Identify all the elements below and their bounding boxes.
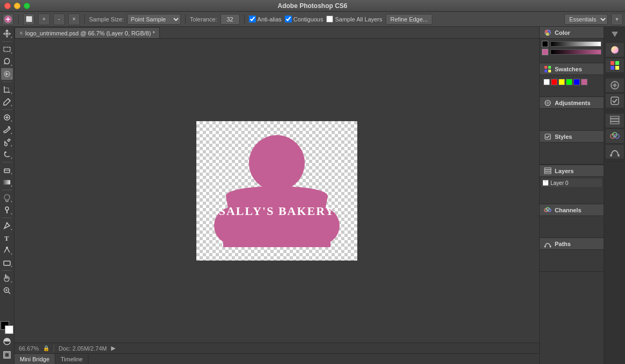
options-sep-3 bbox=[185, 14, 186, 24]
adjustments-panel-header[interactable]: Adjustments bbox=[540, 97, 604, 109]
cp-adjustments-button[interactable] bbox=[605, 78, 624, 93]
cupcake-artwork: SALLY'S BAKERY bbox=[196, 121, 357, 261]
anti-alias-checkbox-label[interactable]: Anti-alias bbox=[249, 16, 282, 23]
contiguous-checkbox-label[interactable]: Contiguous bbox=[285, 16, 323, 23]
main-area: ▾ ▾ ▾ ▾ ▾ ▾ ▾ bbox=[0, 27, 625, 364]
foreground-color[interactable] bbox=[1, 321, 13, 334]
quick-select-tool[interactable]: ▾ bbox=[1, 68, 13, 80]
layer-item[interactable]: Layer 0 bbox=[541, 179, 602, 187]
healing-brush-tool[interactable]: ▾ bbox=[1, 112, 13, 123]
new-selection-icon[interactable]: ⬜ bbox=[23, 13, 35, 25]
workspace-select[interactable]: Essentials bbox=[564, 14, 608, 25]
channels-panel-header[interactable]: Channels bbox=[540, 204, 604, 216]
cp-color-group bbox=[604, 41, 626, 76]
sample-all-layers-checkbox-label[interactable]: Sample All Layers bbox=[326, 16, 382, 23]
tab-close-button[interactable]: × bbox=[19, 29, 23, 37]
paths-panel-header[interactable]: Paths bbox=[540, 238, 604, 250]
cp-channels-button[interactable] bbox=[605, 129, 624, 144]
paths-panel-icon bbox=[544, 240, 552, 248]
cp-paths-button[interactable] bbox=[605, 144, 624, 159]
canvas-scroll-area[interactable]: SALLY'S BAKERY bbox=[14, 39, 539, 343]
color-slider[interactable] bbox=[550, 41, 601, 47]
doc-info-arrow[interactable]: ▶ bbox=[111, 345, 115, 352]
titlebar: Adobe Photoshop CS6 bbox=[0, 0, 625, 12]
history-brush-tool[interactable]: ▾ bbox=[1, 148, 13, 160]
minimize-button[interactable] bbox=[14, 3, 20, 9]
svg-rect-5 bbox=[4, 47, 10, 51]
eyedropper-tool[interactable]: ▾ bbox=[1, 96, 13, 108]
swatch-item[interactable] bbox=[581, 79, 587, 85]
svg-rect-58 bbox=[615, 61, 619, 65]
cp-color-button[interactable] bbox=[605, 42, 624, 57]
cp-layers-button[interactable] bbox=[605, 113, 624, 128]
adjustments-panel-icon bbox=[544, 99, 552, 107]
svg-rect-39 bbox=[545, 66, 547, 69]
type-tool[interactable]: T bbox=[1, 232, 13, 244]
blur-tool[interactable]: ▾ bbox=[1, 192, 13, 204]
svg-rect-15 bbox=[4, 180, 10, 184]
timeline-tab[interactable]: Timeline bbox=[55, 354, 89, 365]
swatch-item[interactable] bbox=[558, 79, 565, 85]
tolerance-label: Tolerance: bbox=[190, 16, 217, 23]
sample-size-select[interactable]: Point Sample bbox=[127, 14, 181, 25]
tolerance-input[interactable]: 32 bbox=[220, 14, 240, 25]
collapse-panels-button[interactable] bbox=[605, 30, 624, 39]
hand-tool[interactable]: ▾ bbox=[1, 272, 13, 284]
svg-rect-57 bbox=[611, 61, 614, 65]
close-button[interactable] bbox=[4, 3, 11, 9]
maximize-button[interactable] bbox=[24, 3, 30, 9]
swatch-item[interactable] bbox=[551, 79, 557, 85]
eraser-tool[interactable]: ▾ bbox=[1, 164, 13, 176]
sample-all-layers-checkbox[interactable] bbox=[326, 16, 333, 23]
marquee-tool[interactable]: ▾ bbox=[1, 43, 13, 55]
clone-stamp-tool[interactable]: ▾ bbox=[1, 136, 13, 148]
contiguous-checkbox[interactable] bbox=[285, 16, 292, 23]
refine-edge-button[interactable]: Refine Edge... bbox=[386, 14, 433, 25]
svg-rect-40 bbox=[548, 66, 551, 69]
workspace-menu-button[interactable]: ▼ bbox=[611, 13, 623, 25]
quick-mask-button[interactable] bbox=[1, 336, 13, 347]
anti-alias-checkbox[interactable] bbox=[249, 16, 256, 23]
swatch-item[interactable] bbox=[573, 79, 580, 85]
screen-mode-button[interactable] bbox=[1, 349, 13, 361]
subtract-selection-icon[interactable]: - bbox=[53, 13, 65, 25]
dodge-tool[interactable]: ▾ bbox=[1, 204, 13, 216]
svg-point-17 bbox=[5, 207, 9, 210]
color-bg-slider[interactable] bbox=[550, 49, 601, 55]
fg-color-swatch[interactable] bbox=[542, 41, 548, 47]
options-bar: ⬜ + - × Sample Size: Point Sample Tolera… bbox=[0, 12, 625, 27]
tool-preset-icon[interactable] bbox=[2, 13, 14, 25]
panels-container: Color Swatches bbox=[539, 27, 625, 364]
cp-adjustments-group bbox=[604, 76, 626, 111]
color-panel-group: Color bbox=[540, 27, 604, 63]
svg-rect-66 bbox=[611, 116, 619, 118]
cp-styles-button[interactable] bbox=[605, 93, 624, 108]
add-selection-icon[interactable]: + bbox=[38, 13, 50, 25]
zoom-tool[interactable] bbox=[1, 285, 13, 296]
styles-panel-header[interactable]: Styles bbox=[540, 131, 604, 143]
status-icon: 🔒 bbox=[43, 345, 49, 351]
move-tool[interactable]: ▾ bbox=[1, 28, 13, 40]
document-tab[interactable]: × logo_untrimmed.psd @ 66.7% (Layer 0, R… bbox=[14, 27, 160, 38]
swatches-panel-header[interactable]: Swatches bbox=[540, 63, 604, 75]
channels-panel-body bbox=[540, 216, 604, 237]
gradient-tool[interactable]: ▾ bbox=[1, 176, 13, 188]
layers-panel-body: Layer 0 bbox=[540, 177, 604, 204]
swatch-item[interactable] bbox=[566, 79, 572, 85]
swatches-panel-body bbox=[540, 75, 604, 96]
crop-tool[interactable]: ▾ bbox=[1, 84, 13, 95]
bg-color-swatch[interactable] bbox=[542, 49, 548, 55]
svg-point-56 bbox=[611, 46, 619, 54]
doc-size: Doc: 2.05M/2.74M bbox=[58, 345, 107, 352]
swatch-item[interactable] bbox=[543, 79, 550, 85]
path-selection-tool[interactable]: ▾ bbox=[1, 244, 13, 256]
mini-bridge-tab[interactable]: Mini Bridge bbox=[14, 354, 55, 365]
color-panel-header[interactable]: Color bbox=[540, 27, 604, 39]
brush-tool[interactable]: ▾ bbox=[1, 124, 13, 136]
layers-panel-header[interactable]: Layers bbox=[540, 165, 604, 177]
cp-swatches-button[interactable] bbox=[605, 58, 624, 73]
pen-tool[interactable]: ▾ bbox=[1, 220, 13, 232]
lasso-tool[interactable]: ▾ bbox=[1, 56, 13, 68]
shape-tool[interactable]: ▾ bbox=[1, 257, 13, 269]
intersect-selection-icon[interactable]: × bbox=[68, 13, 80, 25]
